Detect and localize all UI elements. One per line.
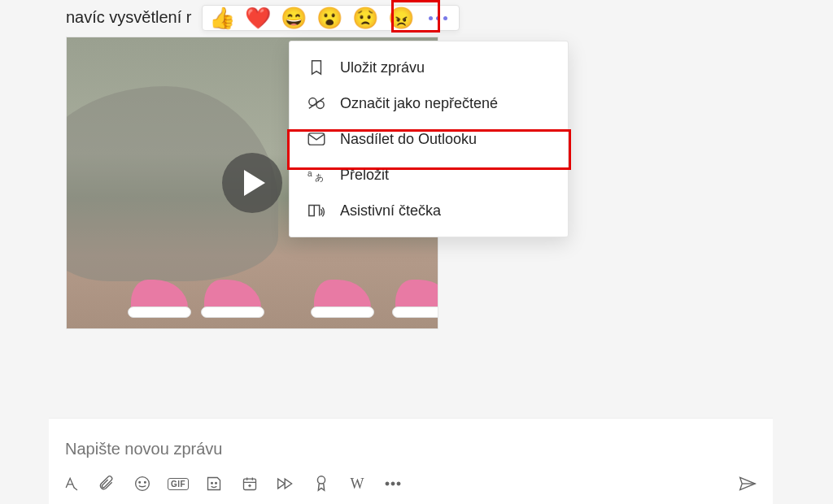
ellipsis-dot-icon <box>443 16 447 20</box>
svg-point-15 <box>397 482 400 485</box>
svg-point-7 <box>139 482 141 484</box>
compose-toolbar: GIF W <box>49 467 773 504</box>
menu-item-immersive-reader[interactable]: Asistivní čtečka <box>290 193 568 228</box>
praise-icon[interactable] <box>312 475 330 493</box>
menu-item-label: Uložit zprávu <box>340 59 425 76</box>
svg-text:あ: あ <box>315 172 324 182</box>
menu-item-save-message[interactable]: Uložit zprávu <box>290 50 568 85</box>
bookmark-icon <box>307 59 325 76</box>
immersive-reader-icon <box>307 202 325 219</box>
sticker-icon[interactable] <box>205 475 223 493</box>
gif-content-illustration <box>128 268 194 320</box>
more-actions-button[interactable] <box>424 13 452 24</box>
reaction-sad[interactable]: 😟 <box>352 7 378 28</box>
ellipsis-dot-icon <box>429 16 433 20</box>
svg-point-9 <box>212 482 213 484</box>
menu-item-label: Nasdílet do Outlooku <box>340 131 477 148</box>
menu-item-share-outlook[interactable]: Nasdílet do Outlooku <box>290 121 568 157</box>
translate-icon: aあ <box>307 166 325 184</box>
gif-content-illustration <box>201 268 268 320</box>
send-button[interactable] <box>739 475 757 493</box>
stream-icon[interactable] <box>277 475 294 493</box>
reaction-thumbs-up[interactable]: 👍 <box>209 7 235 28</box>
reaction-heart[interactable]: ❤️ <box>245 7 271 28</box>
gif-content-illustration <box>392 268 438 320</box>
gif-content-illustration <box>311 268 377 320</box>
reaction-laugh[interactable]: 😄 <box>281 7 307 28</box>
gif-badge-label: GIF <box>168 478 189 490</box>
unread-icon <box>307 94 325 112</box>
envelope-icon <box>307 130 325 148</box>
format-icon[interactable] <box>62 475 80 493</box>
svg-point-10 <box>216 482 217 484</box>
play-button[interactable] <box>222 153 282 213</box>
compose-area: GIF W <box>49 418 773 504</box>
schedule-meeting-icon[interactable] <box>241 475 259 493</box>
ellipsis-dot-icon <box>436 16 440 20</box>
emoji-icon[interactable] <box>133 475 151 493</box>
svg-point-12 <box>317 476 325 484</box>
svg-point-13 <box>386 482 389 485</box>
menu-item-label: Asistivní čtečka <box>340 202 441 219</box>
svg-point-6 <box>136 477 150 491</box>
reaction-angry[interactable]: 😠 <box>388 7 414 28</box>
menu-item-mark-unread[interactable]: Označit jako nepřečtené <box>290 85 568 121</box>
wiki-label: W <box>351 476 364 493</box>
attach-icon[interactable] <box>98 475 116 493</box>
message-context-menu: Uložit zprávu Označit jako nepřečtené Na… <box>289 41 569 237</box>
reaction-bar: 👍 ❤️ 😄 😮 😟 😠 <box>202 5 460 31</box>
menu-item-label: Přeložit <box>340 167 389 184</box>
svg-text:a: a <box>307 169 312 178</box>
svg-point-14 <box>391 482 395 485</box>
compose-input[interactable] <box>49 433 773 467</box>
compose-more-icon[interactable] <box>384 475 402 493</box>
menu-item-label: Označit jako nepřečtené <box>340 95 498 112</box>
gif-icon[interactable]: GIF <box>169 475 187 493</box>
wiki-icon[interactable]: W <box>348 475 366 493</box>
svg-rect-3 <box>308 133 325 145</box>
menu-item-translate[interactable]: aあ Přeložit <box>290 157 568 193</box>
reaction-surprised[interactable]: 😮 <box>316 7 342 28</box>
play-icon <box>244 170 265 196</box>
svg-point-8 <box>145 482 146 484</box>
